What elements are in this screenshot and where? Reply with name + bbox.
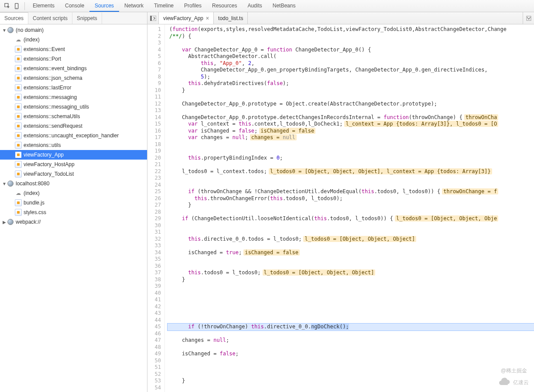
code-line[interactable]: (function(exports,styles,resolvedMetadat… [168,26,534,33]
main-tab-audits[interactable]: Audits [242,0,267,12]
tree-file[interactable]: extensions::Port [0,54,147,64]
code-line[interactable] [168,222,534,229]
main-tab-console[interactable]: Console [60,0,89,12]
code-line[interactable] [168,283,534,290]
code-line[interactable] [168,209,534,216]
tree-file[interactable]: (index) [0,35,147,44]
code-line[interactable]: this.todos0 = l_todos0;l_todos0 = [Objec… [168,269,534,276]
tree-file[interactable]: viewFactory_TodoList [0,169,147,179]
code-line[interactable] [168,364,534,371]
code-line[interactable]: 5); [168,74,534,81]
main-tab-sources[interactable]: Sources [89,0,119,12]
sub-tab-content-scripts[interactable]: Content scripts [28,12,72,24]
code-line[interactable] [168,175,534,182]
code-line[interactable]: } [168,202,534,209]
main-tab-netbeans[interactable]: NetBeans [267,0,301,12]
main-tab-network[interactable]: Network [119,0,149,12]
code-line[interactable] [168,256,534,263]
code-line[interactable] [168,331,534,337]
code-line[interactable]: if (!throwOnChange) this.directive_0_0.n… [168,324,534,331]
code-line[interactable]: isChanged = true;isChanged = false [168,249,534,256]
main-tab-resources[interactable]: Resources [207,0,242,12]
main-tab-elements[interactable]: Elements [27,0,60,12]
code-line[interactable] [168,229,534,236]
code-line[interactable] [168,148,534,155]
tree-file[interactable]: extensions::json_schema [0,73,147,83]
device-mode-icon[interactable] [12,1,22,11]
code-line[interactable] [168,303,534,310]
code-line[interactable]: l_todos0 = l_context.todos;l_todos0 = [O… [168,168,534,175]
main-tab-profiles[interactable]: Profiles [179,0,207,12]
tree-file[interactable]: (index) [0,188,147,198]
code-line[interactable] [168,317,534,324]
code-line[interactable]: this.propertyBindingIndex = 0; [168,155,534,162]
code-line[interactable] [168,385,534,392]
tree-file[interactable]: bundle.js [0,198,147,208]
code-line[interactable]: this.directive_0_0.todos = l_todos0;l_to… [168,236,534,243]
code-line[interactable]: var changes = null;changes = null [168,134,534,141]
chevron-right-icon[interactable]: ▶ [2,220,7,225]
code-line[interactable] [168,290,534,297]
chevron-down-icon[interactable]: ▼ [2,181,7,186]
code-line[interactable]: this.dehydrateDirectives(false); [168,80,534,87]
main-tab-timeline[interactable]: Timeline [149,0,179,12]
code-line[interactable]: } [168,378,534,385]
tree-file[interactable]: extensions::messaging_utils [0,102,147,112]
code-line[interactable] [168,371,534,378]
code-line[interactable]: this, "App_0", 2, [168,60,534,67]
tree-file[interactable]: extensions::sendRequest [0,121,147,131]
tree-file[interactable]: viewFactory_App [0,150,147,160]
code-line[interactable] [168,297,534,303]
file-tab[interactable]: todo_list.ts [214,12,248,24]
code-line[interactable] [168,344,534,351]
tree-domain[interactable]: ▶webpack:// [0,217,147,227]
toggle-navigator-icon[interactable] [147,12,159,24]
code-line[interactable] [168,40,534,47]
navigator-sidebar[interactable]: ▼(no domain)(index)extensions::Eventexte… [0,24,147,392]
code-line[interactable]: isChanged = false; [168,351,534,358]
code-line[interactable]: AbstractChangeDetector.call( [168,53,534,60]
code-line[interactable] [168,182,534,189]
tree-file[interactable]: extensions::utils [0,140,147,150]
tree-file[interactable]: extensions::Event [0,44,147,54]
code-line[interactable]: ChangeDetector_App_0.prototype = Object.… [168,101,534,108]
tree-file[interactable]: styles.css [0,208,147,217]
tree-domain[interactable]: ▼localhost:8080 [0,179,147,188]
code-line[interactable] [168,161,534,168]
tree-file[interactable]: viewFactory_HostApp [0,160,147,169]
code-line[interactable] [168,310,534,317]
code-line[interactable]: ChangeDetector_App_0.gen_propertyBinding… [168,67,534,74]
code-line[interactable]: this.throwOnChangeError(this.todos0, l_t… [168,195,534,202]
code-line[interactable]: ChangeDetector_App_0.prototype.detectCha… [168,114,534,121]
code-line[interactable]: changes = null; [168,337,534,344]
code-line[interactable] [168,141,534,148]
sub-tab-snippets[interactable]: Snippets [72,12,102,24]
sub-tab-sources[interactable]: Sources [0,12,28,24]
more-tabs-icon[interactable] [523,12,534,24]
code-line[interactable] [168,263,534,270]
code-content[interactable]: (function(exports,styles,resolvedMetadat… [165,24,534,392]
close-icon[interactable]: × [206,15,209,21]
tree-file[interactable]: extensions::lastError [0,83,147,92]
code-line[interactable] [168,358,534,365]
tree-file[interactable]: extensions::uncaught_exception_handler [0,131,147,140]
code-line[interactable]: var isChanged = false;isChanged = false [168,128,534,135]
chevron-down-icon[interactable]: ▼ [2,28,7,33]
code-line[interactable] [168,242,534,249]
code-editor[interactable]: 1234567891011121314151617181920212223242… [147,24,534,392]
code-line[interactable]: /**/) { [168,33,534,40]
code-line[interactable]: if (throwOnChange && !ChangeDetectionUti… [168,188,534,195]
tree-file[interactable]: extensions::schemaUtils [0,112,147,121]
code-line[interactable]: } [168,276,534,283]
code-line[interactable] [168,107,534,114]
inspect-element-icon[interactable] [3,1,12,11]
code-line[interactable]: } [168,87,534,94]
code-line[interactable]: var ChangeDetector_App_0 = function Chan… [168,47,534,54]
file-tab[interactable]: viewFactory_App× [159,12,214,24]
code-line[interactable] [168,94,534,101]
code-line[interactable]: var l_context = this.context,l_todos0,l_… [168,121,534,128]
tree-domain[interactable]: ▼(no domain) [0,25,147,35]
tree-file[interactable]: extensions::event_bindings [0,64,147,73]
tree-file[interactable]: extensions::messaging [0,92,147,102]
code-line[interactable]: if (ChangeDetectionUtil.looseNotIdentica… [168,215,534,222]
